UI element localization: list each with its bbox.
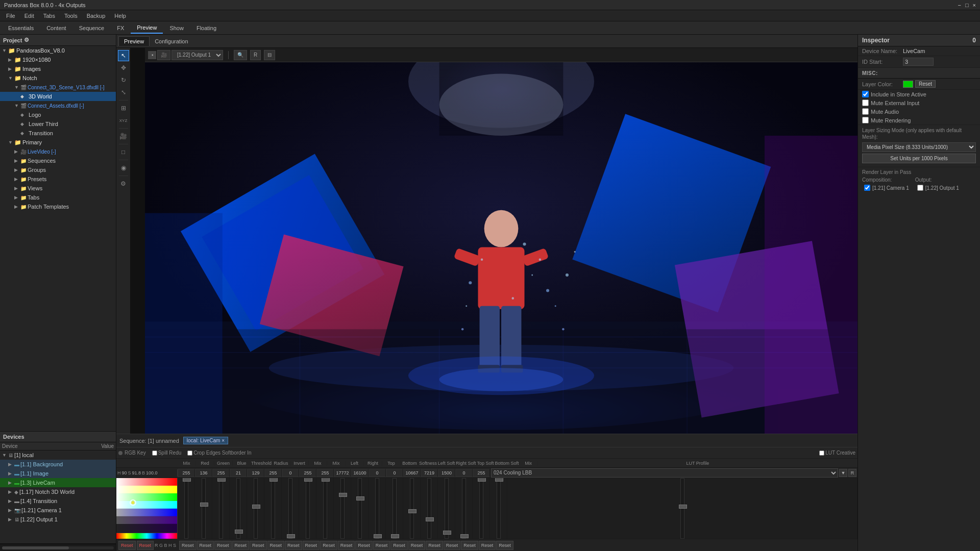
fader-leftsoft-track[interactable] [421, 478, 437, 539]
inspector-set-units-btn[interactable]: Set Units per 1000 Pixels [862, 154, 976, 163]
fader-mix-track[interactable] [178, 478, 194, 539]
mute-external-checkbox[interactable] [862, 99, 869, 106]
search-btn[interactable]: 🔍 [234, 50, 247, 60]
tree-sequences[interactable]: ▶ 📁 Sequences [0, 156, 116, 165]
tab-fx[interactable]: FX [111, 23, 130, 33]
inspector-id-start-input[interactable] [903, 58, 934, 66]
inspector-close-btn[interactable]: 0 [972, 37, 976, 44]
reset-bottomsoft-btn[interactable]: Reset [479, 541, 496, 550]
fader-threshold-track[interactable] [248, 478, 263, 539]
reset-invert-btn[interactable]: Reset [285, 541, 302, 550]
tree-tabs[interactable]: ▶ 📁 Tabs [0, 193, 116, 202]
fader-mix4-track[interactable] [491, 478, 506, 539]
reset-red-btn[interactable]: Reset [197, 541, 214, 550]
mix-input-rightsoft[interactable] [438, 469, 455, 477]
reset-left-btn[interactable]: Reset [338, 541, 355, 550]
reset-top-btn[interactable]: Reset [373, 541, 390, 550]
menu-backup[interactable]: Backup [83, 12, 110, 20]
fader-left-track[interactable] [334, 478, 350, 539]
tree-views[interactable]: ▶ 📁 Views [0, 184, 116, 193]
mix-input-invert[interactable] [282, 469, 299, 477]
device-output1[interactable]: ▶ 🖥 [1.22] Output 1 [0, 515, 116, 524]
tool-grid[interactable]: ⊞ [118, 103, 129, 114]
tool-camera[interactable]: 🎥 [118, 131, 129, 142]
reset-color-btn[interactable]: Reset [137, 541, 154, 550]
reset-right-btn[interactable]: Reset [355, 541, 373, 550]
tree-logo[interactable]: ◆ Logo [0, 110, 116, 119]
tab-preview[interactable]: Preview [131, 22, 163, 34]
tree-primary[interactable]: ▼ 📁 Primary [0, 138, 116, 147]
mix-input-top[interactable] [369, 469, 386, 477]
mix-input-bottom[interactable] [386, 469, 403, 477]
menu-edit[interactable]: Edit [20, 12, 38, 20]
tree-images[interactable]: ▶ 📁 Images [0, 64, 116, 73]
fader-invert-track[interactable] [282, 478, 298, 539]
tree-1920[interactable]: ▶ 📁 980×551 [0, 55, 116, 64]
tool-rotate[interactable]: ↻ [118, 74, 129, 86]
tree-livevideo[interactable]: ▶ 🎥 LiveVideo [-] [0, 147, 116, 156]
fader-topsoft-track[interactable] [456, 478, 472, 539]
tab-configuration[interactable]: Configuration [150, 37, 193, 46]
tool-xyz[interactable]: XYZ [118, 115, 129, 126]
mix-input-leftsoft[interactable] [421, 469, 438, 477]
fader-mix2-track[interactable] [300, 478, 315, 539]
inspector-sizing-dropdown[interactable]: Media Pixel Size (8.333 Units/1000) [862, 142, 976, 152]
tab-content[interactable]: Content [40, 23, 72, 33]
reset-mix2-btn[interactable]: Reset [303, 541, 320, 550]
tree-transition[interactable]: ◆ Transition [0, 129, 116, 138]
menu-help[interactable]: Help [110, 12, 130, 20]
tree-lowerthird[interactable]: ◆ Lower Third [0, 119, 116, 129]
fader-top-track[interactable] [369, 478, 385, 539]
device-image[interactable]: ▶ ▬ [1.1] Image [0, 469, 116, 478]
lut-dropdown-btn[interactable]: ▼ [839, 469, 847, 477]
fader-bottom-track[interactable] [386, 478, 402, 539]
comp-camera1-checkbox[interactable] [864, 185, 870, 191]
lut-reset-btn[interactable]: R [848, 469, 856, 477]
device-livecam[interactable]: ▶ ▬ [1.3] LiveCam [0, 478, 116, 487]
reset-green-btn[interactable]: Reset [214, 541, 232, 550]
project-settings-icon[interactable]: ⚙ [24, 37, 29, 43]
fader-right-track[interactable] [352, 478, 368, 539]
lut-checkbox[interactable] [819, 450, 824, 456]
reset-mix4-btn[interactable]: Reset [496, 541, 513, 550]
fader-bottomsoft-track[interactable] [473, 478, 489, 539]
viewport-camera-btn[interactable]: 🎥 [157, 50, 170, 60]
tool-scale[interactable]: ⤡ [118, 87, 129, 98]
tab-floating[interactable]: Floating [190, 23, 223, 33]
fader-blue-track[interactable] [230, 478, 246, 539]
tree-pandorasbox[interactable]: ▼ 📁 PandorasBox_V8.0 [0, 46, 116, 55]
fader-rightsoft-track[interactable] [438, 478, 454, 539]
mix-input-threshold[interactable] [247, 469, 264, 477]
mix-input-green[interactable] [212, 469, 230, 477]
tool-move[interactable]: ✥ [118, 62, 129, 73]
fader-lut-track[interactable] [508, 478, 856, 539]
tree-connectassets[interactable]: ▼ 🎬 Connect_Assets.dfxdll [-] [0, 101, 116, 110]
fader-red-track[interactable] [195, 478, 211, 539]
reset-bottom-btn[interactable]: Reset [390, 541, 408, 550]
mix-input-topsoft[interactable] [455, 469, 473, 477]
tool-display[interactable]: ◉ [118, 162, 129, 173]
tree-notch[interactable]: ▼ 📁 Notch [0, 73, 116, 83]
device-background[interactable]: ▶ ▬ [1.1] Background [0, 460, 116, 469]
device-1local[interactable]: ▼ 🖥 [1] local [0, 450, 116, 460]
tree-presets[interactable]: ▶ 📁 Presets [0, 174, 116, 184]
reset-topsoft-btn[interactable]: Reset [461, 541, 478, 550]
minimize-btn[interactable]: − [958, 2, 961, 8]
tree-groups[interactable]: ▶ 📁 Groups [0, 165, 116, 174]
tree-3dworld[interactable]: ◆ 3D World [0, 92, 116, 101]
fader-radius-track[interactable] [265, 478, 281, 539]
include-store-checkbox[interactable] [862, 91, 869, 97]
mix-input-bottomsoft[interactable] [473, 469, 490, 477]
mix-input-right[interactable] [351, 469, 369, 477]
tree-connect3d[interactable]: ▼ 🎬 Connect_3D_Scene_V13.dfxdll [-] [0, 83, 116, 92]
color-spectrum[interactable] [116, 478, 177, 533]
menu-tools[interactable]: Tools [60, 12, 82, 20]
viewport-display-btn[interactable]: ▪ [148, 51, 156, 59]
mix-input-red[interactable] [195, 469, 212, 477]
tab-preview-view[interactable]: Preview [118, 36, 150, 46]
tool-settings[interactable]: ⚙ [118, 178, 129, 189]
output-selector[interactable]: [1.22] Output 1 [172, 50, 223, 60]
crop-checkbox[interactable] [187, 450, 192, 456]
window-controls[interactable]: − □ × [958, 2, 976, 8]
mute-audio-checkbox[interactable] [862, 108, 869, 115]
